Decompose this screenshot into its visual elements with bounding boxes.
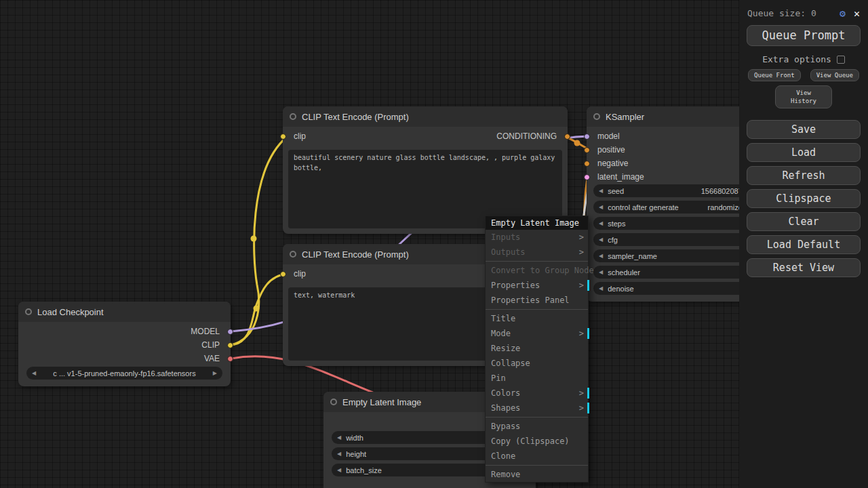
node-clip-text-encode-positive[interactable]: CLIP Text Encode (Prompt) clip CONDITION… [283,106,568,234]
widget-arrow-left-icon[interactable]: ◀ [599,285,603,291]
widget-arrow-left-icon[interactable]: ◀ [599,269,603,275]
input-slot-latent-image: latent_image [597,170,644,184]
node-title: Load Checkpoint [37,307,104,317]
submenu-indicator [587,403,589,413]
extra-options-checkbox[interactable] [837,56,845,64]
slot-dot-clip-input[interactable] [280,134,286,140]
menu-item-convert-to-group-node[interactable]: Convert to Group Node [486,263,588,278]
slot-dot-negative-input[interactable] [584,161,590,167]
node-title-bar[interactable]: KSampler [587,106,763,127]
menu-item-copy-clipspace[interactable]: Copy (Clipspace) [486,434,588,449]
output-slot-clip: CLIP [201,338,220,352]
seed-widget[interactable]: ◀ seed 1566802087 ▶ [593,184,756,197]
menu-item-mode[interactable]: Mode > [486,326,588,341]
menu-item-outputs[interactable]: Outputs > [486,245,588,260]
widget-label: steps [608,220,625,228]
submenu-arrow-icon: > [579,230,584,245]
collapse-dot-icon[interactable] [290,251,296,258]
collapse-dot-icon[interactable] [593,113,600,120]
settings-gear-icon[interactable]: ⚙ [840,7,846,20]
collapse-dot-icon[interactable] [330,399,337,405]
control-after-generate-widget[interactable]: ◀ control after generate randomize ▶ [593,201,756,214]
queue-size-label: Queue size: 0 [747,8,840,18]
slot-dot-model-output[interactable] [227,329,233,335]
widget-arrow-left-icon[interactable]: ◀ [599,237,603,243]
clipspace-button[interactable]: Clipspace [747,189,861,208]
widget-label: sampler_name [608,252,657,260]
steps-widget[interactable]: ◀ steps [593,217,756,230]
menu-item-properties[interactable]: Properties > [486,278,588,293]
extra-options-label: Extra options [762,54,831,64]
queue-front-button[interactable]: Queue Front [748,69,801,81]
link-dot [574,140,580,146]
view-history-button[interactable]: View History [775,85,832,108]
queue-prompt-button[interactable]: Queue Prompt [747,25,861,46]
menu-item-remove[interactable]: Remove [486,467,588,482]
widget-arrow-left-icon[interactable]: ◀ [599,220,603,226]
slot-dot-clip-output[interactable] [227,342,233,348]
ckpt-name-value: c ... v1-5-pruned-emaonly-fp16.safetenso… [36,369,213,378]
submenu-indicator [587,280,589,291]
widget-value: randomize [707,203,742,211]
submenu-arrow-icon: > [579,326,584,341]
menu-item-colors[interactable]: Colors > [486,386,588,401]
widget-label: scheduler [608,268,640,277]
node-title-bar[interactable]: Load Checkpoint [18,302,231,322]
widget-arrow-right-icon[interactable]: ▶ [213,370,217,376]
menu-item-pin[interactable]: Pin [486,371,588,386]
widget-arrow-left-icon[interactable]: ◀ [599,188,603,194]
save-button[interactable]: Save [747,120,861,139]
widget-arrow-left-icon[interactable]: ◀ [599,253,603,259]
slot-dot-positive-input[interactable] [584,147,590,153]
load-default-button[interactable]: Load Default [747,235,861,254]
view-queue-button[interactable]: View Queue [810,69,859,81]
reset-view-button[interactable]: Reset View [747,258,861,277]
node-title: CLIP Text Encode (Prompt) [302,249,409,260]
menu-item-resize[interactable]: Resize [486,341,588,356]
collapse-dot-icon[interactable] [25,308,32,315]
denoise-widget[interactable]: ◀ denoise [593,282,756,295]
refresh-button[interactable]: Refresh [747,166,861,185]
menu-separator [486,465,588,466]
menu-item-collapse[interactable]: Collapse [486,356,588,371]
widget-arrow-left-icon[interactable]: ◀ [337,434,341,441]
menu-item-bypass[interactable]: Bypass [486,419,588,434]
input-slot-clip: clip [294,267,306,281]
menu-item-properties-panel[interactable]: Properties Panel [486,293,588,308]
collapse-dot-icon[interactable] [290,113,296,120]
widget-arrow-left-icon[interactable]: ◀ [337,451,341,457]
link-dot [251,236,257,242]
slot-dot-model-input[interactable] [584,134,590,140]
load-button[interactable]: Load [747,143,861,162]
widget-arrow-left-icon[interactable]: ◀ [599,204,603,210]
widget-label: control after generate [608,203,679,211]
node-context-menu: Empty Latent Image Inputs > Outputs > Co… [485,216,589,483]
sampler-name-widget[interactable]: ◀ sampler_name [593,249,756,262]
input-slot-negative: negative [597,157,628,170]
cfg-widget[interactable]: ◀ cfg [593,233,756,246]
scheduler-widget[interactable]: ◀ scheduler [593,266,756,279]
widget-arrow-left-icon[interactable]: ◀ [337,467,341,473]
slot-dot-clip-input[interactable] [280,271,286,277]
node-ksampler[interactable]: KSampler model positive negative latent_… [587,106,763,302]
clear-button[interactable]: Clear [747,212,861,231]
menu-item-shapes[interactable]: Shapes > [486,401,588,415]
menu-item-clone[interactable]: Clone [486,449,588,464]
menu-item-inputs[interactable]: Inputs > [486,230,588,245]
node-title-bar[interactable]: CLIP Text Encode (Prompt) [283,106,568,127]
comfyui-canvas[interactable]: { "icons": { "settings": "⚙", "close": "… [0,0,868,488]
comfy-menu-panel: Queue size: 0 ⚙ ✕ Queue Prompt Extra opt… [739,0,868,488]
menu-separator [486,261,588,262]
node-title: KSampler [606,112,644,122]
menu-item-title[interactable]: Title [486,311,588,326]
submenu-indicator [587,328,589,339]
ckpt-name-widget[interactable]: ◀ c ... v1-5-pruned-emaonly-fp16.safeten… [26,367,222,380]
output-slot-model: MODEL [191,325,220,338]
node-title: CLIP Text Encode (Prompt) [302,112,409,122]
slot-dot-vae-output[interactable] [227,356,233,362]
close-icon[interactable]: ✕ [854,7,860,20]
slot-dot-latent-image-input[interactable] [584,174,590,180]
menu-separator [486,309,588,310]
node-load-checkpoint[interactable]: Load Checkpoint MODEL CLIP VAE ◀ c ... v… [18,302,231,386]
slot-dot-conditioning-output[interactable] [564,134,570,140]
